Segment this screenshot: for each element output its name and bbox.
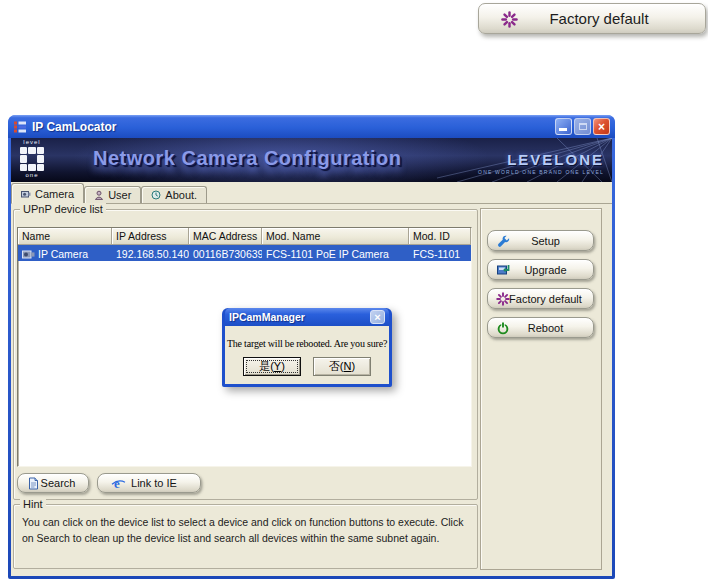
- column-header-name[interactable]: Name: [18, 228, 112, 245]
- user-icon: [94, 190, 104, 200]
- camera-icon: [21, 189, 31, 199]
- close-button[interactable]: ×: [593, 118, 610, 135]
- reboot-button[interactable]: Reboot: [487, 317, 594, 338]
- logo-word-bottom: one: [15, 172, 49, 179]
- tab-camera[interactable]: Camera: [11, 183, 84, 204]
- search-button[interactable]: Search: [17, 473, 89, 493]
- window-title: IP CamLocator: [32, 120, 553, 134]
- device-list-header: Name IP Address MAC Address Mod. Name Mo…: [18, 228, 471, 245]
- window-client-area: level one Network Camera Configuration L…: [11, 138, 612, 576]
- tab-user[interactable]: User: [84, 186, 141, 203]
- brand-tagline: ONE WORLD ONE BRAND ONE LEVEL: [478, 169, 604, 175]
- factory-default-icon: [496, 292, 510, 306]
- banner-heading: Network Camera Configuration: [93, 147, 401, 170]
- search-icon: [27, 477, 39, 490]
- minimize-button[interactable]: [555, 118, 572, 135]
- column-header-ip[interactable]: IP Address: [112, 228, 189, 245]
- tabstrip: Camera User About.: [11, 182, 612, 204]
- hint-text: You can click on the device list to sele…: [22, 515, 474, 547]
- yes-button[interactable]: 是(Y): [243, 357, 301, 376]
- setup-button[interactable]: Setup: [487, 230, 594, 251]
- about-clock-icon: [151, 190, 161, 200]
- logo-word-top: level: [15, 139, 49, 146]
- device-mac: 00116B730639: [189, 245, 262, 261]
- column-header-mac[interactable]: MAC Address: [189, 228, 262, 245]
- device-mod-id: FCS-1101: [409, 245, 471, 261]
- dialog-title: IPCamManager: [229, 311, 370, 323]
- factory-default-icon: [501, 11, 518, 32]
- no-button[interactable]: 否(N): [313, 357, 371, 376]
- device-name: IP Camera: [38, 248, 88, 260]
- device-mod-name: FCS-1101 PoE IP Camera: [262, 245, 409, 261]
- device-ip: 192.168.50.140: [112, 245, 189, 261]
- dialog-body: The target will be rebooted. Are you sur…: [225, 326, 389, 384]
- device-row-selected[interactable]: IP Camera 192.168.50.140 00116B730639 FC…: [18, 245, 471, 261]
- brand-wordmark: LEVELONE: [507, 151, 604, 168]
- wrench-icon: [496, 234, 510, 248]
- tab-label: About.: [165, 189, 197, 201]
- app-icon: [13, 120, 27, 134]
- ie-icon: e: [111, 476, 126, 491]
- tab-label: Camera: [35, 188, 74, 200]
- dialog-message: The target will be rebooted. Are you sur…: [225, 338, 389, 349]
- link-to-ie-button[interactable]: e Link to IE: [97, 473, 201, 493]
- column-header-mod-name[interactable]: Mod. Name: [262, 228, 409, 245]
- ipcammanager-dialog: IPCamManager × The target will be reboot…: [222, 308, 392, 387]
- dialog-close-icon[interactable]: ×: [370, 310, 385, 324]
- logo-grid-icon: [20, 147, 44, 171]
- column-header-mod-id[interactable]: Mod. ID: [409, 228, 471, 245]
- hint-label: Hint: [20, 498, 46, 511]
- tab-about[interactable]: About.: [141, 186, 207, 203]
- maximize-button[interactable]: [574, 118, 591, 135]
- dialog-titlebar[interactable]: IPCamManager ×: [225, 308, 389, 326]
- group-label: UPnP device list: [20, 203, 106, 216]
- power-icon: [496, 321, 510, 335]
- upgrade-button[interactable]: Upgrade: [487, 259, 594, 280]
- level-one-logo: level one: [15, 139, 49, 181]
- banner: level one Network Camera Configuration L…: [11, 138, 612, 182]
- upgrade-icon: [496, 263, 510, 277]
- svg-text:e: e: [114, 476, 120, 491]
- tab-label: User: [108, 189, 131, 201]
- hint-group: Hint You can click on the device list to…: [13, 504, 478, 569]
- floating-factory-default-button[interactable]: Factory default: [478, 3, 706, 34]
- window-titlebar[interactable]: IP CamLocator ×: [8, 115, 615, 138]
- factory-default-button[interactable]: Factory default: [487, 288, 594, 309]
- camera-device-icon: [22, 249, 35, 260]
- ip-camlocator-window: IP CamLocator × level one: [8, 115, 615, 579]
